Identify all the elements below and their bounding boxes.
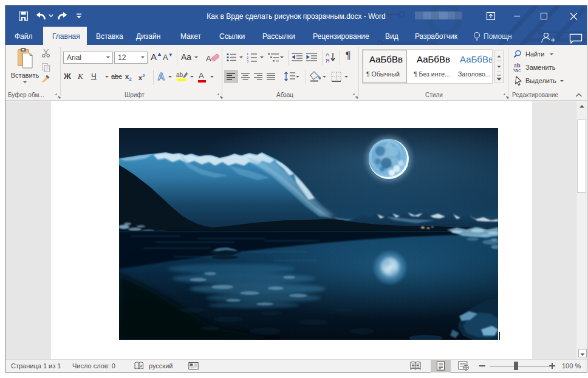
svg-text:А: А [326,52,329,58]
svg-text:ab: ab [176,72,183,78]
svg-text:c: c [518,67,521,73]
svg-text:Я: Я [326,58,330,63]
svg-text:3: 3 [247,59,248,62]
svg-text:A: A [206,54,211,63]
svg-text:A: A [158,72,165,82]
